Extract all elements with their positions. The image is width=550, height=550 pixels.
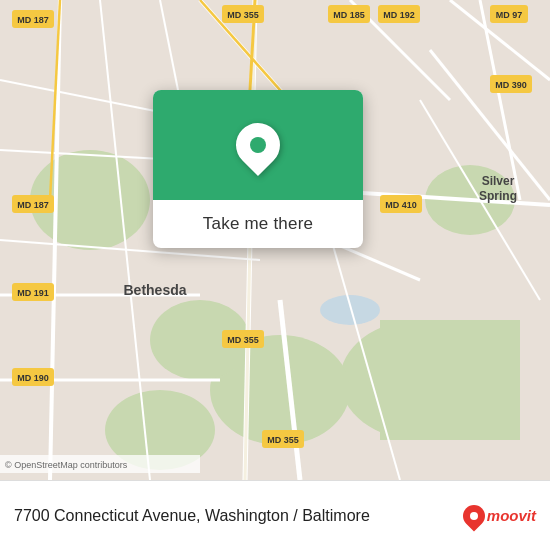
svg-text:Spring: Spring — [479, 189, 517, 203]
svg-text:MD 355: MD 355 — [267, 435, 299, 445]
map-container: MD 187 MD 355 MD 185 MD 192 MD 97 MD 390… — [0, 0, 550, 550]
svg-text:MD 355: MD 355 — [227, 335, 259, 345]
svg-text:MD 97: MD 97 — [496, 10, 523, 20]
svg-text:Bethesda: Bethesda — [123, 282, 186, 298]
svg-text:MD 190: MD 190 — [17, 373, 49, 383]
moovit-logo: moovit — [463, 505, 536, 527]
svg-text:MD 187: MD 187 — [17, 15, 49, 25]
svg-text:MD 410: MD 410 — [385, 200, 417, 210]
bottom-bar: 7700 Connecticut Avenue, Washington / Ba… — [0, 480, 550, 550]
moovit-text: moovit — [487, 507, 536, 524]
popup-button-area: Take me there — [153, 200, 363, 248]
svg-text:Silver: Silver — [482, 174, 515, 188]
svg-text:MD 191: MD 191 — [17, 288, 49, 298]
location-pin-inner — [250, 137, 266, 153]
moovit-pin-dot — [470, 512, 478, 520]
svg-text:MD 390: MD 390 — [495, 80, 527, 90]
svg-text:MD 355: MD 355 — [227, 10, 259, 20]
moovit-pin-icon — [458, 500, 489, 531]
address-text: 7700 Connecticut Avenue, Washington / Ba… — [14, 507, 463, 525]
take-me-there-button[interactable]: Take me there — [203, 214, 313, 234]
svg-point-8 — [320, 295, 380, 325]
popup-card: Take me there — [153, 90, 363, 248]
svg-text:MD 192: MD 192 — [383, 10, 415, 20]
svg-text:MD 185: MD 185 — [333, 10, 365, 20]
svg-text:© OpenStreetMap contributors: © OpenStreetMap contributors — [5, 460, 128, 470]
popup-map-preview — [153, 90, 363, 200]
svg-text:MD 187: MD 187 — [17, 200, 49, 210]
svg-rect-6 — [380, 320, 520, 440]
location-pin — [227, 114, 289, 176]
